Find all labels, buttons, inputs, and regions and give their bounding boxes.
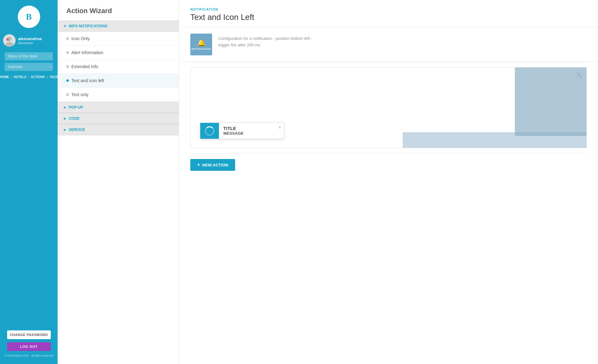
new-action-button[interactable]: + NEW ACTION xyxy=(190,159,235,171)
nav-home[interactable]: HOME xyxy=(0,75,9,79)
subhotel-arrow-icon: › xyxy=(49,65,50,69)
menu-item-text-and-icon-left[interactable]: Text and icon left xyxy=(58,74,179,88)
hotel-arrow-icon: › xyxy=(49,54,50,58)
popup-close-button[interactable]: × xyxy=(276,123,284,132)
notification-icon-box: 🔔 NOTIFICATION xyxy=(190,34,212,55)
svg-point-3 xyxy=(7,38,9,41)
user-info: alessandroa developer xyxy=(18,36,42,45)
menu-label-text-and-icon-left: Text and icon left xyxy=(71,78,104,83)
plus-icon: + xyxy=(197,162,200,168)
section-code[interactable]: ► CODE xyxy=(58,113,179,124)
hotel-input-wrap: › xyxy=(5,52,53,60)
menu-item-extended-info[interactable]: Extended Info xyxy=(58,60,179,74)
section-info-label: INFO NOTIFICATIONS xyxy=(69,24,107,28)
change-password-button[interactable]: CHANGE PASSWORD xyxy=(7,330,51,339)
divider xyxy=(190,62,587,62)
preview-area: 🔍 TITLE MESSAGE × xyxy=(190,67,587,148)
nav-hotels[interactable]: HOTELS xyxy=(14,75,26,79)
popup-message: MESSAGE xyxy=(223,131,272,136)
sidebar-footer: © SmartParity 2018 - all rights reserved xyxy=(4,354,54,359)
popup-title: TITLE xyxy=(223,126,272,131)
loading-spinner xyxy=(205,126,214,136)
wizard-panel: Action Wizard ▼ INFO NOTIFICATIONS Icon … xyxy=(58,0,179,364)
section-service-label: SERVICE xyxy=(69,128,85,132)
section-info-notifications[interactable]: ▼ INFO NOTIFICATIONS xyxy=(58,21,179,32)
main-content: Action Wizard ▼ INFO NOTIFICATIONS Icon … xyxy=(58,0,598,364)
bullet-icon xyxy=(66,37,69,40)
sidebar-bottom: CHANGE PASSWORD LOG OUT © SmartParity 20… xyxy=(0,330,58,364)
sidebar: B alessandroa developer › › HOME | HOTEL… xyxy=(0,0,58,364)
popup-icon-area xyxy=(200,123,219,139)
menu-label-alert-information: Alert Information xyxy=(71,50,103,55)
menu-item-text-only[interactable]: Text only xyxy=(58,88,179,102)
subhotel-input[interactable] xyxy=(5,63,53,71)
section-popup-label: POP-UP xyxy=(69,105,83,110)
menu-label-icon-only: Icon Only xyxy=(71,36,90,41)
section-code-label: CODE xyxy=(69,116,80,121)
menu-item-alert-information[interactable]: Alert Information xyxy=(58,46,179,60)
section-pop-up[interactable]: ► POP-UP xyxy=(58,102,179,113)
bullet-icon xyxy=(66,93,69,96)
nav-tags[interactable]: TAGS xyxy=(50,75,58,79)
menu-label-text-only: Text only xyxy=(71,92,88,97)
menu-item-icon-only[interactable]: Icon Only xyxy=(58,32,179,46)
nav-actions[interactable]: ACTIONS xyxy=(31,75,45,79)
detail-panel: NOTIFICATION Text and Icon Left 🔔 NOTIFI… xyxy=(179,0,598,364)
detail-title: Text and Icon Left xyxy=(190,12,587,22)
chevron-right-icon: ► xyxy=(63,128,67,132)
new-action-label: NEW ACTION xyxy=(202,163,228,167)
bell-icon: 🔔 xyxy=(197,39,206,47)
bullet-icon-active xyxy=(66,79,69,82)
logout-button[interactable]: LOG OUT xyxy=(7,342,51,351)
blue-block-right xyxy=(515,68,586,136)
blue-block-bottom xyxy=(403,132,586,148)
subhotel-input-wrap: › xyxy=(5,63,53,71)
notif-box-label: NOTIFICATION xyxy=(192,48,211,50)
detail-header: NOTIFICATION Text and Icon Left xyxy=(179,0,598,27)
popup-body: TITLE MESSAGE xyxy=(219,123,276,139)
description-text: Configuration for a notification - posit… xyxy=(218,34,312,49)
user-name: alessandroa xyxy=(18,36,42,41)
new-action-area: + NEW ACTION xyxy=(179,153,598,180)
detail-label: NOTIFICATION xyxy=(190,7,587,11)
sidebar-nav: HOME | HOTELS | ACTIONS | TAGS xyxy=(0,72,58,81)
chevron-right-icon: ► xyxy=(63,105,67,110)
section-service[interactable]: ► SERVICE xyxy=(58,124,179,135)
user-role: developer xyxy=(18,41,42,45)
menu-label-extended-info: Extended Info xyxy=(71,64,98,69)
bullet-icon xyxy=(66,65,69,68)
logo-area: B xyxy=(0,0,58,31)
hotel-input[interactable] xyxy=(5,52,53,60)
wizard-title: Action Wizard xyxy=(58,0,179,21)
user-area: alessandroa developer xyxy=(0,31,58,51)
chevron-down-icon: ▼ xyxy=(63,24,67,28)
detail-description: 🔔 NOTIFICATION Configuration for a notif… xyxy=(179,27,598,62)
chevron-right-icon: ► xyxy=(63,116,67,121)
bullet-icon xyxy=(66,51,69,54)
logo-icon: B xyxy=(18,6,40,28)
avatar xyxy=(3,34,16,47)
notification-popup: TITLE MESSAGE × xyxy=(200,123,284,139)
